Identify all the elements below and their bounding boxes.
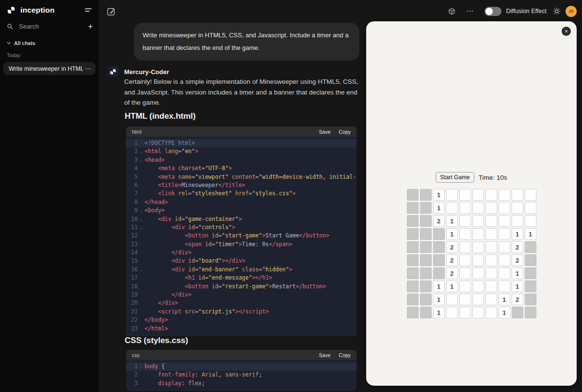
mine-cell[interactable]	[499, 241, 510, 253]
start-game-button[interactable]: Start Game	[436, 172, 474, 183]
mine-cell[interactable]	[407, 281, 419, 292]
mine-cell[interactable]: 1	[512, 281, 523, 292]
fold-chevron-icon[interactable]: ⌄	[138, 206, 145, 215]
mine-cell[interactable]	[420, 189, 432, 201]
mine-cell[interactable]: 1	[499, 307, 510, 318]
mine-cell[interactable]	[512, 202, 523, 214]
fold-chevron-icon[interactable]: ⌄	[138, 147, 145, 156]
fold-chevron-icon[interactable]: ⌄	[138, 156, 145, 164]
mine-cell[interactable]	[472, 281, 484, 292]
mine-cell[interactable]	[407, 189, 419, 201]
mine-cell[interactable]	[525, 215, 536, 227]
mine-cell[interactable]	[459, 228, 471, 240]
mine-cell[interactable]: 1	[433, 189, 445, 201]
mine-cell[interactable]	[459, 254, 471, 266]
mine-cell[interactable]: 1	[446, 281, 458, 292]
mine-cell[interactable]	[446, 307, 458, 318]
mine-cell[interactable]	[525, 267, 536, 279]
mine-cell[interactable]	[407, 294, 419, 305]
theme-sun-icon[interactable]	[552, 7, 561, 16]
close-preview-icon[interactable]: ✕	[562, 27, 571, 36]
mine-cell[interactable]	[459, 202, 471, 214]
sidebar-item-chat[interactable]: Write minesweeper in HTML5 ⋯	[3, 62, 96, 75]
mine-cell[interactable]	[472, 241, 484, 253]
mine-cell[interactable]	[446, 202, 458, 214]
mine-cell[interactable]	[525, 294, 536, 305]
mine-cell[interactable]	[459, 189, 471, 201]
mine-cell[interactable]	[499, 202, 510, 214]
mine-cell[interactable]: 2	[512, 294, 523, 305]
chat-options-icon[interactable]: ⋯	[85, 65, 91, 72]
mine-cell[interactable]: 1	[512, 228, 523, 240]
mine-cell[interactable]	[525, 254, 536, 266]
mine-cell[interactable]	[485, 228, 497, 240]
mine-cell[interactable]	[420, 307, 432, 318]
mine-cell[interactable]	[525, 307, 536, 318]
mine-cell[interactable]	[499, 254, 510, 266]
mine-cell[interactable]: 2	[512, 241, 523, 253]
mine-cell[interactable]: 1	[499, 294, 510, 305]
mine-cell[interactable]	[433, 254, 445, 266]
mine-cell[interactable]: 2	[433, 215, 445, 227]
mine-cell[interactable]	[472, 254, 484, 266]
mine-cell[interactable]: 1	[433, 281, 445, 292]
mine-cell[interactable]: 1	[433, 294, 445, 305]
mine-cell[interactable]	[512, 307, 523, 318]
more-options-icon[interactable]: ⋯	[466, 7, 474, 16]
mine-cell[interactable]	[485, 189, 497, 201]
mine-cell[interactable]	[512, 189, 523, 201]
mine-cell[interactable]: 1	[433, 202, 445, 214]
mine-cell[interactable]	[472, 202, 484, 214]
mine-cell[interactable]	[446, 294, 458, 305]
mine-cell[interactable]	[459, 267, 471, 279]
mine-cell[interactable]	[459, 294, 471, 305]
mine-cell[interactable]	[499, 215, 510, 227]
mine-cell[interactable]	[433, 241, 445, 253]
mine-cell[interactable]	[525, 281, 536, 292]
mine-cell[interactable]	[407, 228, 419, 240]
mine-cell[interactable]	[407, 267, 419, 279]
mine-cell[interactable]	[420, 241, 432, 253]
mine-cell[interactable]	[485, 267, 497, 279]
mine-cell[interactable]	[407, 307, 419, 318]
mine-cell[interactable]	[420, 294, 432, 305]
mine-cell[interactable]: 1	[525, 228, 536, 240]
mine-cell[interactable]	[459, 307, 471, 318]
copy-code-button[interactable]: Copy	[339, 129, 351, 135]
mine-cell[interactable]	[525, 202, 536, 214]
fold-chevron-icon[interactable]: ⌄	[138, 215, 145, 223]
mine-cell[interactable]: 1	[433, 307, 445, 318]
save-code-button[interactable]: Save	[319, 352, 331, 358]
mine-cell[interactable]	[472, 307, 484, 318]
mine-cell[interactable]: 1	[446, 228, 458, 240]
new-chat-button[interactable]: +	[88, 23, 93, 30]
diffusion-toggle[interactable]	[485, 7, 501, 16]
mine-cell[interactable]	[472, 267, 484, 279]
mine-cell[interactable]	[433, 267, 445, 279]
mine-cell[interactable]	[420, 215, 432, 227]
mine-cell[interactable]	[420, 228, 432, 240]
mine-cell[interactable]	[512, 215, 523, 227]
mine-cell[interactable]	[485, 241, 497, 253]
mine-cell[interactable]	[407, 241, 419, 253]
mine-cell[interactable]	[485, 215, 497, 227]
mine-cell[interactable]	[472, 228, 484, 240]
mine-cell[interactable]	[499, 267, 510, 279]
mine-cell[interactable]	[420, 267, 432, 279]
user-avatar[interactable]: JK	[566, 6, 577, 17]
copy-code-button[interactable]: Copy	[339, 352, 351, 358]
mine-cell[interactable]	[499, 189, 510, 201]
fold-chevron-icon[interactable]: ⌄	[138, 362, 145, 371]
search-row[interactable]: Search +	[0, 19, 99, 34]
mine-cell[interactable]	[472, 294, 484, 305]
mine-cell[interactable]	[485, 254, 497, 266]
mine-cell[interactable]: 2	[446, 267, 458, 279]
mine-cell[interactable]	[472, 215, 484, 227]
mine-cell[interactable]	[407, 254, 419, 266]
mine-cell[interactable]	[407, 215, 419, 227]
mine-cell[interactable]	[433, 228, 445, 240]
save-code-button[interactable]: Save	[319, 129, 331, 135]
artifact-cube-icon[interactable]	[448, 7, 456, 16]
mine-cell[interactable]	[459, 241, 471, 253]
mine-cell[interactable]	[459, 281, 471, 292]
